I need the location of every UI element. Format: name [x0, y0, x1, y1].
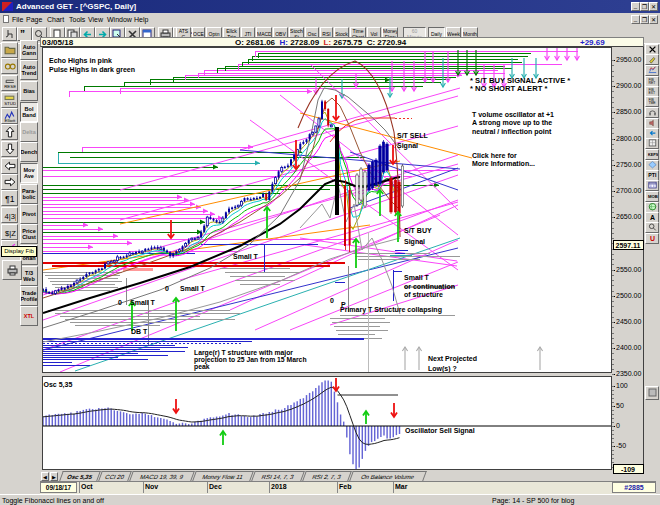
- svg-text:$|Z: $|Z: [5, 229, 16, 238]
- svg-text:Click here for: Click here for: [472, 152, 517, 159]
- svg-text:RESET: RESET: [4, 84, 16, 89]
- svg-text:Pulse Highs in dark green: Pulse Highs in dark green: [49, 66, 135, 74]
- svg-text:0: 0: [165, 285, 169, 292]
- svg-text:RET: RET: [648, 81, 656, 85]
- svg-text:peak: peak: [194, 363, 210, 371]
- svg-text:Elliott: Elliott: [4, 118, 15, 122]
- svg-text:T volume oscillator at +1: T volume oscillator at +1: [472, 111, 554, 118]
- svg-text:Small T: Small T: [233, 253, 259, 260]
- svg-text:4|3|2: 4|3|2: [4, 212, 15, 221]
- svg-text:STUDY: STUDY: [4, 101, 16, 106]
- svg-text:Primary T Structure collapsing: Primary T Structure collapsing: [340, 306, 442, 314]
- svg-text:neutral / inflection point: neutral / inflection point: [472, 128, 552, 136]
- svg-text:Small T: Small T: [180, 285, 206, 292]
- svg-text:Small T: Small T: [404, 274, 430, 281]
- svg-text:S/T SELL: S/T SELL: [397, 132, 428, 139]
- svg-text:Oscillator Sell Signal: Oscillator Sell Signal: [405, 427, 475, 435]
- svg-text:More Information...: More Information...: [472, 160, 535, 167]
- svg-text:MOB: MOB: [648, 194, 658, 199]
- svg-text:Signal: Signal: [397, 142, 418, 150]
- svg-text:or continuation: or continuation: [404, 283, 455, 290]
- svg-text:Signal: Signal: [404, 238, 425, 246]
- svg-text:”: ”: [20, 29, 25, 40]
- svg-text:TME: TME: [648, 101, 656, 105]
- svg-text:Next Projected: Next Projected: [428, 355, 477, 363]
- svg-text:EXT: EXT: [648, 91, 656, 95]
- svg-text:¶1: ¶1: [5, 194, 15, 204]
- svg-text:Osc 5,35: Osc 5,35: [44, 381, 73, 389]
- svg-text:A strong move up to the: A strong move up to the: [472, 119, 552, 127]
- svg-text:Small T: Small T: [130, 299, 156, 306]
- svg-text:U: U: [650, 235, 655, 242]
- svg-text:0: 0: [118, 299, 122, 306]
- svg-text:A: A: [650, 214, 655, 221]
- svg-text:Low(s) ?: Low(s) ?: [428, 365, 457, 372]
- svg-text:PTI: PTI: [648, 172, 657, 178]
- svg-text:projection to 25 Jan from 15 M: projection to 25 Jan from 15 March: [194, 356, 307, 364]
- svg-text:DB T: DB T: [131, 328, 148, 335]
- svg-text:* NO SHORT ALERT *: * NO SHORT ALERT *: [470, 84, 547, 93]
- svg-text:of structure: of structure: [404, 291, 443, 298]
- svg-text:KEPS: KEPS: [648, 153, 658, 157]
- svg-text:S/T BUY: S/T BUY: [404, 227, 432, 234]
- svg-text:0: 0: [330, 297, 334, 304]
- svg-text:Echo Highs in pink: Echo Highs in pink: [49, 57, 112, 65]
